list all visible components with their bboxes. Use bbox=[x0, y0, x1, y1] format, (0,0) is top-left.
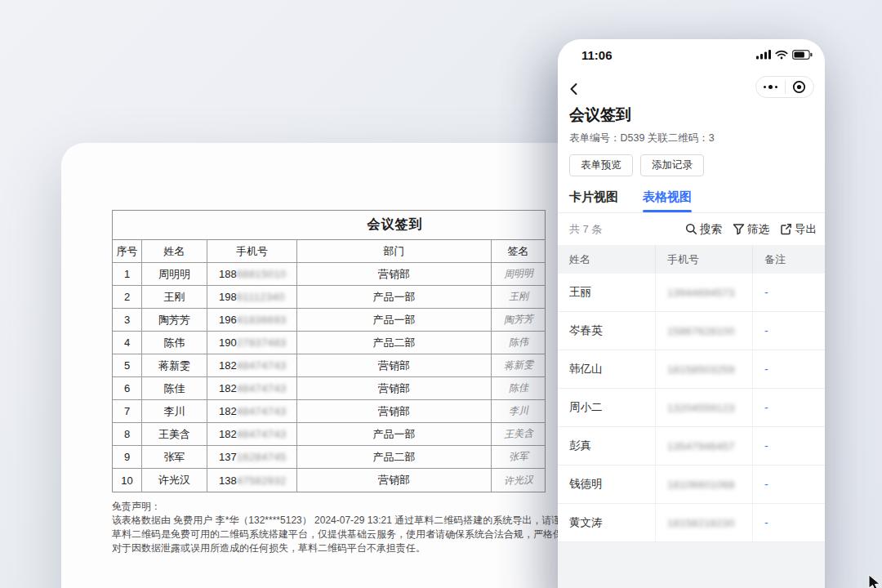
sheet-cell-no: 1 bbox=[113, 263, 142, 286]
sheet-cell-dept: 营销部 bbox=[297, 377, 492, 400]
signin-sheet-table: 会议签到 序号 姓名 手机号 部门 签名 1 周明明 18868815010 营… bbox=[112, 210, 546, 492]
view-tabs: 卡片视图 表格视图 bbox=[569, 189, 692, 212]
close-minimize-button[interactable] bbox=[786, 77, 814, 97]
handwritten-signature: 张军 bbox=[508, 449, 528, 464]
sheet-cell-no: 2 bbox=[113, 286, 142, 309]
action-buttons: 表单预览 添加记录 bbox=[569, 154, 704, 176]
sheet-cell-dept: 产品二部 bbox=[297, 446, 492, 469]
table-footer-area bbox=[558, 542, 825, 588]
sheet-cell-dept: 产品一部 bbox=[297, 423, 492, 446]
sheet-cell-name: 王美含 bbox=[142, 423, 207, 446]
status-time: 11:06 bbox=[581, 48, 612, 62]
nav-bar bbox=[558, 72, 825, 108]
phone-prefix: 182 bbox=[219, 359, 237, 372]
record-row[interactable]: 黄文涛 18158218230 - bbox=[558, 504, 825, 542]
sheet-cell-name: 陈佳 bbox=[142, 377, 207, 400]
sheet-cell-dept: 营销部 bbox=[297, 400, 492, 423]
sheet-cell-name: 陈伟 bbox=[142, 332, 207, 354]
sheet-cell-phone: 19641836693 bbox=[207, 309, 297, 332]
phone-prefix: 196 bbox=[219, 314, 237, 326]
phone-prefix: 198 bbox=[219, 291, 237, 303]
form-preview-button[interactable]: 表单预览 bbox=[569, 154, 633, 176]
sheet-row: 7 李川 18248474743 营销部 李川 bbox=[113, 400, 545, 423]
sheet-row: 6 陈佳 18248474743 营销部 陈佳 bbox=[113, 377, 545, 400]
records-col-note: 备注 bbox=[753, 245, 825, 274]
handwritten-signature: 蒋新雯 bbox=[503, 358, 533, 373]
sheet-cell-dept: 营销部 bbox=[297, 469, 492, 492]
search-button[interactable]: 搜索 bbox=[685, 222, 722, 237]
phone-prefix: 182 bbox=[219, 405, 237, 417]
screen: 会议签到 序号 姓名 手机号 部门 签名 1 周明明 18868815010 营… bbox=[0, 0, 882, 588]
record-count: 共 7 条 bbox=[569, 222, 602, 237]
sheet-cell-signature: 王美含 bbox=[492, 423, 545, 446]
record-row[interactable]: 韩亿山 18158503259 - bbox=[558, 350, 825, 389]
phone-blurred-digits: 27837483 bbox=[237, 336, 287, 349]
sheet-title: 会议签到 bbox=[368, 216, 423, 234]
handwritten-signature: 王刚 bbox=[508, 289, 528, 304]
add-record-button[interactable]: 添加记录 bbox=[640, 154, 704, 176]
handwritten-signature: 王美含 bbox=[503, 426, 533, 442]
sheet-cell-no: 7 bbox=[113, 400, 142, 423]
sheet-cell-phone: 18248474743 bbox=[207, 423, 297, 446]
sheet-row: 8 王美含 18248474743 产品一部 王美含 bbox=[113, 423, 545, 446]
phone-blurred-digits: 47582932 bbox=[237, 474, 287, 487]
table-toolbar: 共 7 条 搜索 筛选 bbox=[558, 213, 825, 245]
sheet-col-sig: 签名 bbox=[492, 240, 545, 263]
phone-prefix: 182 bbox=[219, 382, 237, 394]
handwritten-signature: 陶芳芳 bbox=[503, 312, 533, 327]
record-note[interactable]: - bbox=[753, 466, 825, 503]
phone-prefix: 182 bbox=[219, 428, 237, 440]
circled-dot-icon bbox=[792, 80, 806, 94]
record-note[interactable]: - bbox=[753, 427, 825, 465]
record-note[interactable]: - bbox=[753, 312, 825, 350]
sheet-cell-name: 周明明 bbox=[142, 263, 207, 286]
sheet-row: 5 蒋新雯 18248474743 营销部 蒋新雯 bbox=[113, 354, 545, 377]
record-note[interactable]: - bbox=[753, 504, 825, 541]
sheet-cell-no: 10 bbox=[113, 469, 142, 492]
sheet-cell-signature: 陶芳芳 bbox=[492, 309, 545, 332]
sheet-cell-signature: 蒋新雯 bbox=[492, 354, 545, 377]
phone-blurred-digits: 48474743 bbox=[237, 405, 287, 417]
back-button[interactable] bbox=[567, 82, 583, 98]
sheet-cell-dept: 营销部 bbox=[297, 263, 492, 286]
record-row[interactable]: 钱德明 18106601068 - bbox=[558, 466, 825, 504]
record-note[interactable]: - bbox=[753, 389, 825, 426]
record-row[interactable]: 彭真 13547946457 - bbox=[558, 427, 825, 466]
battery-icon bbox=[792, 50, 813, 60]
mouse-cursor bbox=[868, 574, 882, 588]
export-button[interactable]: 导出 bbox=[780, 222, 817, 237]
phone-blurred-digits: 48474743 bbox=[237, 359, 287, 372]
record-name: 周小二 bbox=[558, 389, 656, 426]
cellular-signal-icon bbox=[756, 50, 771, 60]
sheet-cell-name: 张军 bbox=[142, 446, 207, 469]
miniprogram-capsule bbox=[755, 76, 814, 98]
sheet-cell-dept: 产品二部 bbox=[297, 332, 492, 354]
funnel-filter-icon bbox=[733, 223, 745, 235]
search-icon bbox=[685, 223, 697, 235]
export-label: 导出 bbox=[795, 222, 817, 237]
tab-card-view[interactable]: 卡片视图 bbox=[569, 189, 618, 212]
handwritten-signature: 周明明 bbox=[503, 266, 533, 282]
more-options-button[interactable] bbox=[756, 77, 785, 97]
record-row[interactable]: 岑春英 15867628100 - bbox=[558, 312, 825, 350]
record-note[interactable]: - bbox=[753, 274, 825, 311]
record-name: 黄文涛 bbox=[558, 504, 656, 541]
tab-table-view[interactable]: 表格视图 bbox=[643, 189, 692, 212]
status-bar: 11:06 bbox=[558, 39, 825, 72]
record-phone-blurred: 13944694573 bbox=[667, 287, 735, 299]
record-row[interactable]: 周小二 13204559123 - bbox=[558, 389, 825, 427]
sheet-cell-no: 3 bbox=[113, 309, 142, 332]
sheet-col-no: 序号 bbox=[113, 240, 142, 263]
record-row[interactable]: 王丽 13944694573 - bbox=[558, 274, 825, 312]
sheet-col-name: 姓名 bbox=[142, 240, 207, 263]
record-note[interactable]: - bbox=[753, 350, 825, 388]
sheet-row: 9 张军 13716284745 产品二部 张军 bbox=[113, 446, 545, 469]
sheet-cell-name: 王刚 bbox=[142, 286, 207, 309]
sheet-cell-phone: 19861112340 bbox=[207, 286, 297, 309]
filter-button[interactable]: 筛选 bbox=[733, 222, 769, 237]
records-rows: 王丽 13944694573 - 岑春英 15867628100 - 韩亿山 1… bbox=[558, 274, 825, 542]
sheet-cell-signature: 周明明 bbox=[492, 263, 545, 286]
sheet-cell-signature: 陈伟 bbox=[492, 332, 545, 354]
sheet-cell-no: 5 bbox=[113, 354, 142, 377]
sheet-row: 10 许光汉 13847582932 营销部 许光汉 bbox=[113, 469, 545, 492]
